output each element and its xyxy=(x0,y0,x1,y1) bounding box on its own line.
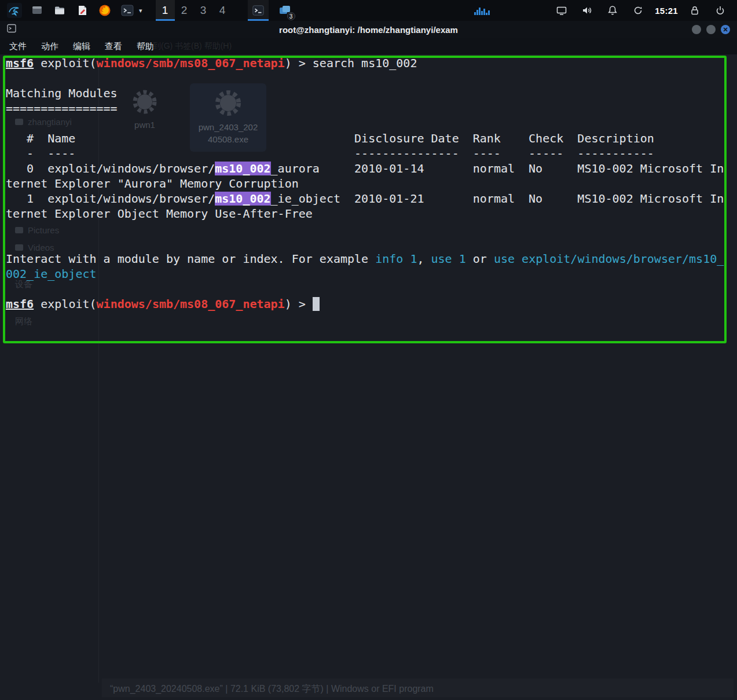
terminal-line: Interact with a module by name or index.… xyxy=(6,251,724,266)
kali-menu-icon[interactable] xyxy=(6,2,23,19)
maximize-button[interactable] xyxy=(706,25,716,34)
updates-icon[interactable] xyxy=(629,2,647,19)
terminal-line xyxy=(6,236,724,251)
terminal-window: root@zhangtianyi: /home/zhangtianyi/exam… xyxy=(0,21,737,700)
terminal-launcher-icon[interactable] xyxy=(119,2,136,19)
taskbar: 3 xyxy=(248,0,295,21)
close-button[interactable]: ✕ xyxy=(721,25,730,34)
terminal-line: - ---- --------------- ---- ----- ------… xyxy=(6,146,724,161)
terminal-line xyxy=(6,281,724,296)
workspace-3[interactable]: 3 xyxy=(194,0,213,21)
terminal-line: 002_ie_object xyxy=(6,266,724,281)
background-sidebar-section: 网络 xyxy=(15,316,32,327)
terminal-line: msf6 exploit(windows/smb/ms08_067_netapi… xyxy=(6,56,724,71)
terminal-menubar: 文件 动作 编辑 查看 帮助 转到(G) 书签(B) 帮助(H) xyxy=(0,38,737,54)
terminal-line: ================ xyxy=(6,101,724,116)
terminal-line xyxy=(6,221,724,236)
terminal-line: ternet Explorer "Aurora" Memory Corrupti… xyxy=(6,176,724,191)
clock: 15:21 xyxy=(655,6,678,16)
menu-edit[interactable]: 编辑 xyxy=(73,41,90,52)
system-tray: 15:21 xyxy=(553,2,731,19)
lock-icon[interactable] xyxy=(686,2,703,19)
terminal-output: msf6 exploit(windows/smb/ms08_067_netapi… xyxy=(6,56,724,311)
terminal-line: msf6 exploit(windows/smb/ms08_067_netapi… xyxy=(6,296,724,311)
power-icon[interactable] xyxy=(712,2,729,19)
network-activity-graph xyxy=(474,6,490,15)
task-group-button[interactable]: 3 xyxy=(274,0,295,21)
task-group-count-badge: 3 xyxy=(287,12,295,20)
background-filemanager-menu: 转到(G) 书签(B) 帮助(H) xyxy=(145,41,232,52)
terminal-dropdown-caret-icon[interactable]: ▾ xyxy=(139,7,142,14)
terminal-line xyxy=(6,116,724,131)
terminal-viewport[interactable]: zhangtianyi Pictures Videos 设备 网络 xyxy=(0,54,737,700)
terminal-line xyxy=(6,71,724,86)
display-icon[interactable] xyxy=(553,2,570,19)
terminal-line: # Name Disclosure Date Rank Check Descri… xyxy=(6,131,724,146)
menu-view[interactable]: 查看 xyxy=(105,41,122,52)
text-editor-icon[interactable] xyxy=(74,2,91,19)
task-terminal-button[interactable] xyxy=(248,0,269,21)
terminal-line: Matching Modules xyxy=(6,86,724,101)
background-statusbar-text: “pwn_2403_20240508.exe” | 72.1 KiB (73,8… xyxy=(110,683,434,695)
desktop: ▾ 1 2 3 4 3 xyxy=(0,0,737,700)
window-list-icon[interactable] xyxy=(28,2,46,19)
terminal-line: ternet Explorer Object Memory Use-After-… xyxy=(6,206,724,221)
workspace-2[interactable]: 2 xyxy=(175,0,194,21)
minimize-button[interactable] xyxy=(692,25,701,34)
workspace-switcher: 1 2 3 4 xyxy=(156,0,232,21)
notifications-bell-icon[interactable] xyxy=(604,2,621,19)
menu-file[interactable]: 文件 xyxy=(9,41,27,52)
file-manager-icon[interactable] xyxy=(51,2,68,19)
terminal-line: 0 exploit/windows/browser/ms10_002_auror… xyxy=(6,161,724,176)
top-panel: ▾ 1 2 3 4 3 xyxy=(0,0,737,21)
workspace-4[interactable]: 4 xyxy=(213,0,232,21)
terminal-cursor xyxy=(313,297,320,311)
workspace-1[interactable]: 1 xyxy=(156,0,175,21)
sidebar-section-label: 网络 xyxy=(15,316,32,327)
window-title: root@zhangtianyi: /home/zhangtianyi/exam xyxy=(0,25,737,35)
firefox-icon[interactable] xyxy=(96,2,113,19)
volume-icon[interactable] xyxy=(578,2,596,19)
menu-actions[interactable]: 动作 xyxy=(41,41,58,52)
window-titlebar: root@zhangtianyi: /home/zhangtianyi/exam… xyxy=(0,21,737,38)
terminal-line: 1 exploit/windows/browser/ms10_002_ie_ob… xyxy=(6,191,724,206)
